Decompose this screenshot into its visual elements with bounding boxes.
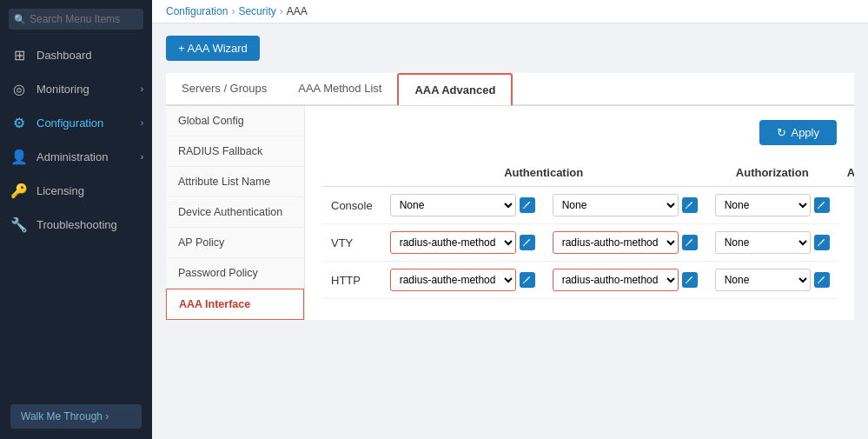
sidebar-item-administration[interactable]: 👤 Administration › — [0, 140, 152, 174]
licensing-icon: 🔑 — [10, 183, 28, 199]
breadcrumb: Configuration › Security › AAA — [152, 0, 868, 23]
sidebar-footer: Walk Me Through › — [0, 394, 152, 439]
col-header-row — [322, 159, 381, 187]
authz-select-http[interactable]: Noneradius-autho-method — [553, 269, 679, 291]
sidebar: 🔍 ⊞ Dashboard ◎ Monitoring › ⚙ Configura… — [0, 0, 152, 439]
row-accounting-console: None — [706, 187, 838, 224]
sidebar-item-label: Dashboard — [36, 49, 92, 62]
chevron-right-icon: › — [141, 118, 143, 128]
main-content: Configuration › Security › AAA + AAA Wiz… — [152, 0, 868, 439]
col-header-auth: Authentication — [381, 159, 706, 187]
accounting-select-http[interactable]: None — [715, 269, 811, 291]
sub-menu: Global Config RADIUS Fallback Attribute … — [166, 106, 305, 320]
authz-select-vty[interactable]: Noneradius-autho-method — [553, 231, 679, 254]
authz-edit-icon-http[interactable] — [682, 272, 698, 288]
auth-edit-icon-console[interactable] — [520, 197, 535, 213]
apply-button[interactable]: ↻ Apply — [759, 120, 837, 145]
sub-panel: Global Config RADIUS Fallback Attribute … — [166, 105, 854, 320]
auth-select-vty[interactable]: Noneradius-authe-method — [390, 231, 516, 254]
sidebar-item-label: Licensing — [36, 184, 84, 197]
tab-aaa-method-list[interactable]: AAA Method List — [282, 73, 397, 105]
apply-icon: ↻ — [777, 126, 786, 139]
accounting-edit-icon-console[interactable] — [814, 197, 830, 213]
table-area: ↻ Apply Authentication Authorization Acc… — [305, 106, 854, 320]
breadcrumb-sep-2: › — [280, 5, 283, 17]
chevron-right-icon: › — [141, 152, 143, 162]
auth-edit-icon-vty[interactable] — [520, 235, 535, 250]
table-row: VTYNoneradius-authe-methodNoneradius-aut… — [322, 224, 854, 262]
submenu-global-config[interactable]: Global Config — [166, 106, 304, 136]
sidebar-item-configuration[interactable]: ⚙ Configuration › — [0, 106, 152, 140]
breadcrumb-configuration[interactable]: Configuration — [166, 5, 228, 17]
submenu-password-policy[interactable]: Password Policy — [166, 258, 304, 289]
row-authz-console: Noneradius-autho-method — [544, 187, 706, 224]
auth-select-console[interactable]: Noneradius-authe-method — [390, 194, 516, 216]
accounting-select-console[interactable]: None — [715, 194, 811, 216]
auth-edit-icon-http[interactable] — [520, 272, 535, 288]
auth-select-http[interactable]: Noneradius-authe-method — [390, 269, 516, 291]
row-label-console: Console — [322, 187, 381, 224]
sidebar-item-monitoring[interactable]: ◎ Monitoring › — [0, 72, 152, 106]
apply-row: ↻ Apply — [322, 120, 837, 145]
sidebar-item-label: Monitoring — [36, 83, 89, 96]
accounting-edit-icon-http[interactable] — [814, 272, 830, 288]
submenu-attribute-list-name[interactable]: Attribute List Name — [166, 167, 304, 197]
accounting-select-vty[interactable]: None — [715, 231, 811, 254]
sidebar-item-dashboard[interactable]: ⊞ Dashboard — [0, 38, 152, 72]
search-icon: 🔍 — [14, 14, 26, 25]
sidebar-nav: ⊞ Dashboard ◎ Monitoring › ⚙ Configurati… — [0, 38, 152, 394]
submenu-aaa-interface[interactable]: AAA Interface — [166, 289, 304, 320]
search-input[interactable] — [9, 9, 143, 30]
row-accounting-http: None — [706, 262, 838, 299]
breadcrumb-security[interactable]: Security — [238, 5, 275, 17]
walk-me-through-button[interactable]: Walk Me Through › — [10, 404, 142, 429]
dashboard-icon: ⊞ — [10, 47, 28, 63]
submenu-ap-policy[interactable]: AP Policy — [166, 228, 304, 258]
aaa-wizard-button[interactable]: + AAA Wizard — [166, 36, 260, 61]
breadcrumb-aaa: AAA — [287, 5, 308, 17]
row-auth-vty: Noneradius-authe-method — [381, 224, 544, 262]
tab-servers-groups[interactable]: Servers / Groups — [166, 73, 282, 105]
administration-icon: 👤 — [10, 149, 28, 165]
chevron-right-icon: › — [141, 84, 143, 94]
row-label-vty: VTY — [322, 224, 381, 262]
configuration-icon: ⚙ — [10, 115, 28, 131]
col-header-authz: Authorization — [706, 159, 838, 187]
page-content: + AAA Wizard Servers / Groups AAA Method… — [152, 23, 868, 439]
row-auth-console: Noneradius-authe-method — [381, 187, 544, 224]
row-label-http: HTTP — [322, 262, 381, 299]
sidebar-search-container: 🔍 — [0, 0, 152, 38]
accounting-edit-icon-vty[interactable] — [814, 235, 830, 250]
sidebar-item-licensing[interactable]: 🔑 Licensing — [0, 174, 152, 208]
row-authz-http: Noneradius-autho-method — [544, 262, 706, 299]
sidebar-item-troubleshooting[interactable]: 🔧 Troubleshooting — [0, 208, 152, 242]
row-auth-http: Noneradius-authe-method — [381, 262, 544, 299]
breadcrumb-sep-1: › — [231, 5, 235, 17]
authz-edit-icon-vty[interactable] — [682, 235, 698, 250]
troubleshooting-icon: 🔧 — [10, 216, 28, 233]
row-accounting-vty: None — [706, 224, 838, 262]
table-row: ConsoleNoneradius-authe-methodNoneradius… — [322, 187, 854, 224]
sidebar-item-label: Configuration — [36, 116, 103, 130]
monitoring-icon: ◎ — [10, 81, 28, 97]
sidebar-item-label: Administration — [36, 150, 108, 163]
authz-edit-icon-console[interactable] — [682, 197, 698, 213]
aaa-table: Authentication Authorization Accounting … — [322, 159, 854, 299]
sidebar-item-label: Troubleshooting — [36, 218, 117, 231]
submenu-device-authentication[interactable]: Device Authentication — [166, 197, 304, 228]
submenu-radius-fallback[interactable]: RADIUS Fallback — [166, 136, 304, 167]
col-header-accounting: Accounting — [838, 159, 854, 187]
tab-aaa-advanced[interactable]: AAA Advanced — [397, 73, 513, 105]
authz-select-console[interactable]: Noneradius-autho-method — [553, 194, 679, 216]
table-row: HTTPNoneradius-authe-methodNoneradius-au… — [322, 262, 854, 299]
tabs-bar: Servers / Groups AAA Method List AAA Adv… — [166, 73, 854, 105]
row-authz-vty: Noneradius-autho-method — [544, 224, 706, 262]
